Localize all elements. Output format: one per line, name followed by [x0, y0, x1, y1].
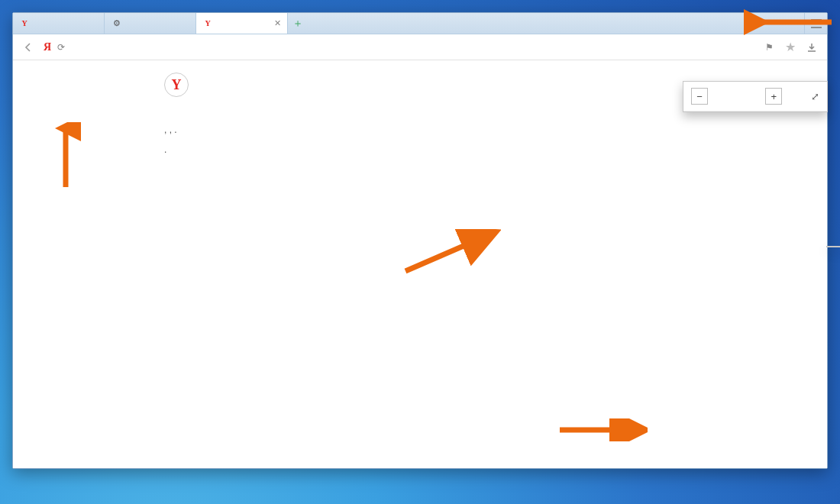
submenu-more: [826, 246, 840, 247]
omnibox[interactable]: ⟳: [57, 38, 759, 57]
yandex-icon: Я: [44, 41, 51, 53]
zoom-in-button[interactable]: +: [765, 88, 782, 105]
bookmark-button[interactable]: ★: [781, 38, 800, 57]
back-button[interactable]: [19, 38, 37, 57]
reload-icon[interactable]: ⟳: [57, 42, 65, 53]
tab-thanks[interactable]: Y: [13, 13, 105, 34]
yandex-logo: Y: [164, 73, 189, 97]
close-icon[interactable]: ✕: [274, 18, 281, 28]
zoom-row: − + ⤢: [683, 82, 827, 111]
brand-row: Y: [164, 73, 561, 97]
about-paragraph: , , .: [164, 124, 561, 135]
tab-about[interactable]: Y ✕: [196, 13, 288, 34]
gear-icon: ⚙: [111, 18, 122, 29]
report-link[interactable]: ⚑: [765, 42, 778, 53]
address-bar: Я ⟳ ⚑ ★: [13, 34, 827, 60]
tab-settings[interactable]: ⚙: [105, 13, 196, 34]
tab-strip: Y ⚙ Y ✕ ＋: [13, 13, 827, 34]
fullscreen-icon[interactable]: ⤢: [811, 91, 819, 102]
new-tab-button[interactable]: ＋: [288, 13, 308, 34]
downloads-button[interactable]: [803, 38, 821, 57]
zoom-out-button[interactable]: −: [691, 88, 708, 105]
main-menu: − + ⤢: [683, 81, 828, 112]
flag-icon: ⚑: [765, 42, 774, 53]
